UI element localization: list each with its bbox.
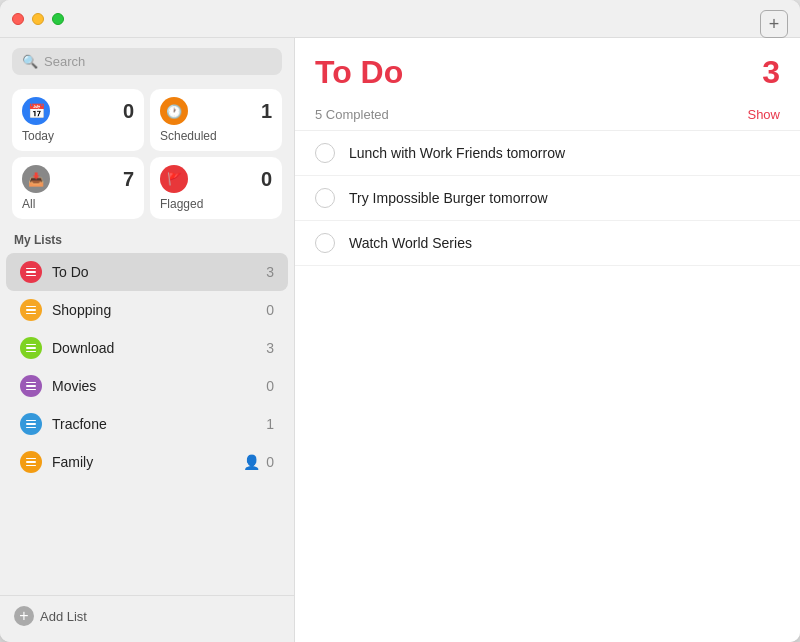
traffic-lights [12, 13, 64, 25]
flagged-icon: 🚩 [160, 165, 188, 193]
list-item-family[interactable]: Family 👤 0 [6, 443, 288, 481]
list-hamburger-icon [26, 458, 36, 467]
todo-list-count: 3 [266, 264, 274, 280]
task-checkbox-1[interactable] [315, 143, 335, 163]
movies-list-name: Movies [52, 378, 266, 394]
smart-list-today-top: 📅 0 [22, 97, 134, 125]
list-hamburger-icon [26, 268, 36, 277]
scheduled-label: Scheduled [160, 129, 272, 143]
todo-list-name: To Do [52, 264, 266, 280]
scheduled-icon: 🕐 [160, 97, 188, 125]
all-count: 7 [123, 168, 134, 191]
family-list-icon [20, 451, 42, 473]
smart-list-scheduled-top: 🕐 1 [160, 97, 272, 125]
smart-list-flagged[interactable]: 🚩 0 Flagged [150, 157, 282, 219]
task-text-3: Watch World Series [349, 235, 472, 251]
task-item[interactable]: Watch World Series [295, 221, 800, 266]
list-hamburger-icon [26, 306, 36, 315]
scheduled-count: 1 [261, 100, 272, 123]
tray-icon: 📥 [28, 172, 44, 187]
today-count: 0 [123, 100, 134, 123]
task-list: Lunch with Work Friends tomorrow Try Imp… [295, 131, 800, 642]
all-icon: 📥 [22, 165, 50, 193]
my-lists-header: My Lists [0, 229, 294, 253]
add-list-plus-icon: + [14, 606, 34, 626]
smart-list-flagged-top: 🚩 0 [160, 165, 272, 193]
content-title: To Do [315, 54, 403, 91]
add-task-button[interactable]: + [760, 10, 788, 38]
family-list-name: Family [52, 454, 243, 470]
list-hamburger-icon [26, 382, 36, 391]
content-header: To Do 3 [295, 38, 800, 99]
add-list-label: Add List [40, 609, 87, 624]
content-count: 3 [762, 54, 780, 91]
list-item-todo[interactable]: To Do 3 [6, 253, 288, 291]
sidebar-footer: + Add List [0, 595, 294, 642]
list-items: To Do 3 Shopping 0 [0, 253, 294, 595]
task-item[interactable]: Lunch with Work Friends tomorrow [295, 131, 800, 176]
list-hamburger-icon [26, 420, 36, 429]
today-label: Today [22, 129, 134, 143]
movies-list-count: 0 [266, 378, 274, 394]
list-item-download[interactable]: Download 3 [6, 329, 288, 367]
all-label: All [22, 197, 134, 211]
completed-row: 5 Completed Show [295, 99, 800, 131]
smart-list-all-top: 📥 7 [22, 165, 134, 193]
titlebar: + [0, 0, 800, 38]
task-text-1: Lunch with Work Friends tomorrow [349, 145, 565, 161]
list-item-tracfone[interactable]: Tracfone 1 [6, 405, 288, 443]
list-item-shopping[interactable]: Shopping 0 [6, 291, 288, 329]
family-list-count: 0 [266, 454, 274, 470]
task-item[interactable]: Try Impossible Burger tomorrow [295, 176, 800, 221]
smart-list-scheduled[interactable]: 🕐 1 Scheduled [150, 89, 282, 151]
task-checkbox-2[interactable] [315, 188, 335, 208]
smart-list-all[interactable]: 📥 7 All [12, 157, 144, 219]
flagged-label: Flagged [160, 197, 272, 211]
sidebar: 🔍 Search 📅 0 Today [0, 38, 295, 642]
smart-list-today[interactable]: 📅 0 Today [12, 89, 144, 151]
flag-icon: 🚩 [167, 172, 182, 186]
download-list-count: 3 [266, 340, 274, 356]
tracfone-list-icon [20, 413, 42, 435]
search-placeholder: Search [44, 54, 85, 69]
shared-icon: 👤 [243, 454, 260, 470]
app-window: + 🔍 Search 📅 0 Today [0, 0, 800, 642]
minimize-button[interactable] [32, 13, 44, 25]
close-button[interactable] [12, 13, 24, 25]
smart-lists: 📅 0 Today 🕐 1 Scheduled [0, 85, 294, 229]
main-content: To Do 3 5 Completed Show Lunch with Work… [295, 38, 800, 642]
list-hamburger-icon [26, 344, 36, 353]
flagged-count: 0 [261, 168, 272, 191]
calendar-icon: 📅 [28, 103, 45, 119]
shopping-list-count: 0 [266, 302, 274, 318]
today-icon: 📅 [22, 97, 50, 125]
clock-icon: 🕐 [166, 104, 182, 119]
maximize-button[interactable] [52, 13, 64, 25]
search-icon: 🔍 [22, 54, 38, 69]
completed-text: 5 Completed [315, 107, 389, 122]
tracfone-list-count: 1 [266, 416, 274, 432]
download-list-icon [20, 337, 42, 359]
movies-list-icon [20, 375, 42, 397]
shopping-list-icon [20, 299, 42, 321]
search-bar[interactable]: 🔍 Search [12, 48, 282, 75]
task-text-2: Try Impossible Burger tomorrow [349, 190, 548, 206]
shopping-list-name: Shopping [52, 302, 266, 318]
task-checkbox-3[interactable] [315, 233, 335, 253]
todo-list-icon [20, 261, 42, 283]
download-list-name: Download [52, 340, 266, 356]
main-area: 🔍 Search 📅 0 Today [0, 38, 800, 642]
add-list-button[interactable]: + Add List [14, 606, 280, 626]
tracfone-list-name: Tracfone [52, 416, 266, 432]
list-item-movies[interactable]: Movies 0 [6, 367, 288, 405]
show-button[interactable]: Show [747, 107, 780, 122]
